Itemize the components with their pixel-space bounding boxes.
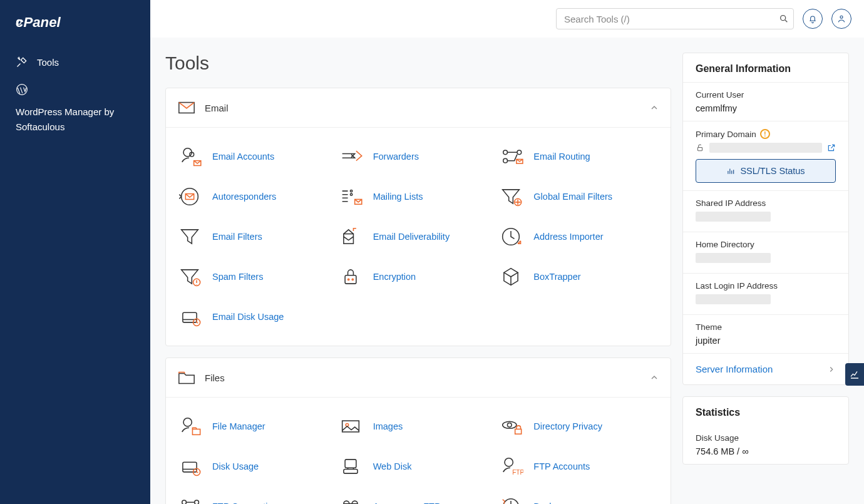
images-icon — [338, 414, 363, 439]
autoresponders-icon — [177, 184, 202, 209]
disk-usage-value: 754.6 MB / ∞ — [696, 446, 836, 456]
theme-label: Theme — [696, 322, 836, 332]
backup-icon — [498, 494, 523, 504]
ssl-tls-status-button[interactable]: SSL/TLS Status — [696, 159, 836, 183]
sidebar-item-label: Tools — [37, 57, 59, 68]
shared-ip-value — [696, 212, 771, 222]
tool-item-file-manager[interactable]: File Manager — [177, 406, 338, 446]
panel-header-files[interactable]: Files — [166, 358, 671, 398]
tool-item-autoresponders[interactable]: Autoresponders — [177, 177, 338, 217]
tool-item-email-accounts[interactable]: Email Accounts — [177, 136, 338, 177]
tool-item-mailing-lists[interactable]: Mailing Lists — [338, 177, 499, 217]
tool-item-spam-filters[interactable]: Spam Filters — [177, 257, 338, 297]
svg-rect-49 — [698, 147, 702, 150]
email-routing-icon — [498, 144, 523, 169]
folder-icon — [177, 368, 196, 387]
disk-usage-label: Disk Usage — [696, 433, 836, 443]
stats-float-tab[interactable] — [845, 363, 864, 386]
tool-label: Address Importer — [533, 232, 603, 242]
tool-item-email-disk-usage[interactable]: Email Disk Usage — [177, 297, 338, 337]
svg-point-9 — [503, 150, 508, 155]
tool-item-email-filters[interactable]: Email Filters — [177, 217, 338, 257]
encryption-icon — [338, 264, 363, 289]
general-info-title: General Information — [683, 53, 848, 82]
last-login-value — [696, 294, 771, 304]
svg-text:cPanel: cPanel — [16, 14, 61, 30]
email-disk-icon — [177, 304, 202, 329]
boxtrapper-icon — [498, 264, 523, 289]
forwarders-icon — [338, 144, 363, 169]
tool-label: Email Filters — [212, 232, 262, 242]
svg-rect-29 — [342, 421, 359, 432]
svg-rect-22 — [345, 275, 356, 284]
search-icon — [779, 14, 789, 24]
tool-label: Encryption — [373, 272, 416, 282]
server-information-link[interactable]: Server Information — [683, 353, 848, 384]
web-disk-icon — [338, 454, 363, 479]
sidebar-item-tools[interactable]: Tools — [0, 48, 150, 76]
tool-item-images[interactable]: Images — [338, 406, 499, 446]
tools-icon — [16, 56, 28, 68]
tool-item-boxtrapper[interactable]: BoxTrapper — [498, 257, 659, 297]
search-button[interactable] — [779, 14, 789, 24]
sidebar-item-wordpress[interactable]: WordPress Manager by Softaculous — [0, 76, 150, 142]
cpanel-logo[interactable]: cPanel — [0, 13, 150, 48]
current-user-value: cemmlfmy — [696, 103, 836, 113]
tool-item-email-routing[interactable]: Email Routing — [498, 136, 659, 177]
chevron-up-icon — [649, 103, 659, 113]
tool-label: File Manager — [212, 421, 265, 431]
tool-item-encryption[interactable]: Encryption — [338, 257, 499, 297]
ftp-accounts-icon: FTP — [498, 454, 523, 479]
svg-point-13 — [182, 188, 198, 205]
tool-label: Images — [373, 421, 403, 431]
panel-title: Email — [205, 103, 640, 113]
ftp-connections-icon: FTP — [177, 494, 202, 504]
bar-chart-icon — [726, 167, 735, 175]
tool-label: Forwarders — [373, 152, 419, 162]
tool-item-anonymous-ftp[interactable]: FTP Anonymous FTP — [338, 486, 499, 504]
tool-label: Email Accounts — [212, 152, 274, 162]
general-information-panel: General Information Current User cemmlfm… — [682, 53, 849, 385]
svg-rect-25 — [183, 312, 197, 322]
svg-rect-37 — [344, 469, 357, 473]
tool-item-ftp-accounts[interactable]: FTP FTP Accounts — [498, 446, 659, 486]
panel-title: Files — [205, 373, 640, 383]
mailing-lists-icon — [338, 184, 363, 209]
tool-item-forwarders[interactable]: Forwarders — [338, 136, 499, 177]
tool-item-disk-usage[interactable]: Disk Usage — [177, 446, 338, 486]
tool-item-global-email-filters[interactable]: Global Email Filters — [498, 177, 659, 217]
home-directory-value — [696, 253, 771, 263]
svg-point-38 — [505, 458, 513, 466]
tool-label: Mailing Lists — [373, 192, 423, 202]
theme-value: jupiter — [696, 336, 836, 346]
svg-text:FTP: FTP — [513, 469, 524, 476]
tool-item-email-deliverability[interactable]: Email Deliverability — [338, 217, 499, 257]
tool-label: Global Email Filters — [533, 192, 612, 202]
tool-label: Backup — [533, 501, 563, 504]
server-info-label: Server Information — [696, 364, 773, 374]
page-title: Tools — [165, 53, 671, 74]
topbar — [150, 0, 864, 38]
chevron-right-icon — [827, 365, 836, 374]
tool-item-backup[interactable]: Backup — [498, 486, 659, 504]
primary-domain-value — [709, 143, 822, 153]
external-link-icon[interactable] — [827, 143, 836, 152]
disk-usage-icon — [177, 454, 202, 479]
panel-files: Files File Manager Images Directory Priv… — [165, 357, 671, 504]
svg-point-3 — [781, 16, 786, 21]
email-accounts-icon — [177, 144, 202, 169]
tool-item-web-disk[interactable]: Web Disk — [338, 446, 499, 486]
tool-item-address-importer[interactable]: Address Importer — [498, 217, 659, 257]
tool-item-ftp-connections[interactable]: FTP FTP Connections — [177, 486, 338, 504]
account-button[interactable] — [831, 9, 851, 29]
panel-header-email[interactable]: Email — [166, 88, 671, 128]
tool-label: Email Disk Usage — [212, 312, 284, 322]
notifications-button[interactable] — [803, 9, 823, 29]
tool-label: FTP Accounts — [533, 461, 590, 471]
search-input[interactable] — [556, 8, 794, 29]
directory-privacy-icon — [498, 414, 523, 439]
tool-label: Anonymous FTP — [373, 501, 441, 504]
tool-item-directory-privacy[interactable]: Directory Privacy — [498, 406, 659, 446]
tool-label: Email Routing — [533, 152, 590, 162]
sidebar-item-label: WordPress Manager by Softaculous — [16, 105, 135, 135]
